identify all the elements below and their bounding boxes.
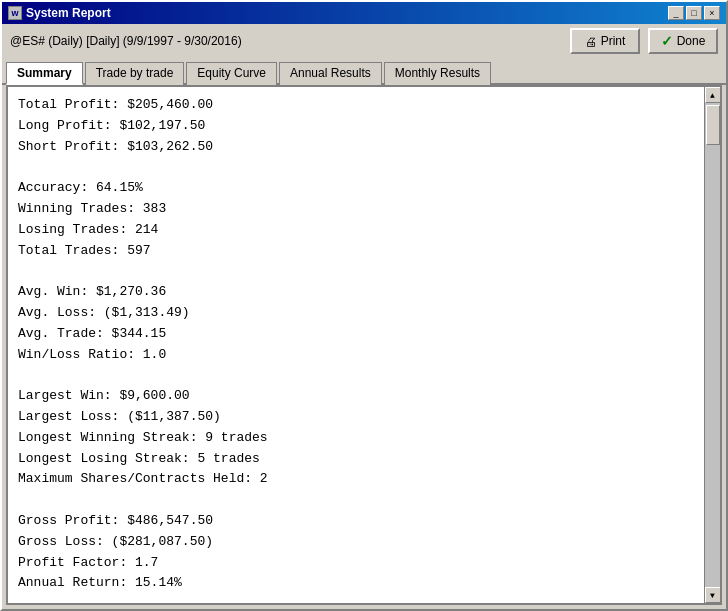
title-bar-left: w System Report [8,6,111,20]
tab-trade-by-trade[interactable]: Trade by trade [85,62,185,85]
window-title: System Report [26,6,111,20]
done-button[interactable]: Done [648,28,718,54]
window-icon: w [8,6,22,20]
close-button[interactable]: × [704,6,720,20]
scrollbar[interactable]: ▲ ▼ [704,87,720,603]
scroll-down-button[interactable]: ▼ [705,587,721,603]
tab-monthly-results[interactable]: Monthly Results [384,62,491,85]
scroll-up-button[interactable]: ▲ [705,87,721,103]
scroll-track[interactable] [705,103,721,587]
toolbar: @ES# (Daily) [Daily] (9/9/1997 - 9/30/20… [2,24,726,58]
title-bar: w System Report _ □ × [2,2,726,24]
print-button[interactable]: Print [570,28,640,54]
summary-content: Total Profit: $205,460.00 Long Profit: $… [8,87,704,603]
tab-bar: Summary Trade by trade Equity Curve Annu… [2,60,726,85]
minimize-button[interactable]: _ [668,6,684,20]
title-buttons: _ □ × [668,6,720,20]
print-icon [585,33,597,49]
subtitle-label: @ES# (Daily) [Daily] (9/9/1997 - 9/30/20… [10,34,242,48]
print-label: Print [601,34,626,48]
scroll-thumb[interactable] [706,105,720,145]
done-icon [661,33,673,49]
tab-equity-curve[interactable]: Equity Curve [186,62,277,85]
tab-annual-results[interactable]: Annual Results [279,62,382,85]
main-window: w System Report _ □ × @ES# (Daily) [Dail… [0,0,728,611]
done-label: Done [677,34,706,48]
content-area: Total Profit: $205,460.00 Long Profit: $… [6,85,722,605]
toolbar-buttons: Print Done [570,28,718,54]
tab-summary[interactable]: Summary [6,62,83,85]
maximize-button[interactable]: □ [686,6,702,20]
